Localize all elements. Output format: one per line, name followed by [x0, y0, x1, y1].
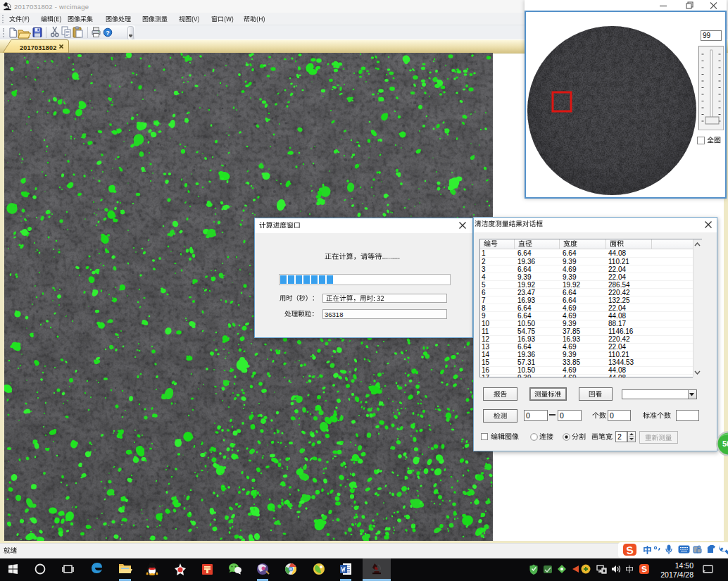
- svg-text:50: 50: [722, 439, 728, 448]
